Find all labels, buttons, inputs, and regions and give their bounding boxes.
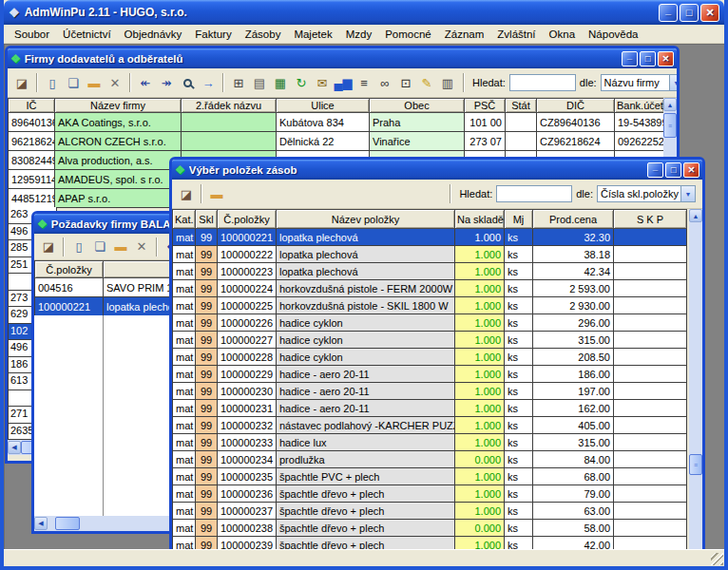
menu-item[interactable]: Mzdy [339,27,378,42]
search-by-dropdown[interactable]: Názvu firmy ▼ [601,74,677,91]
menu-item[interactable]: Faktury [188,27,238,42]
report-icon[interactable]: ▥ [437,72,458,93]
table-row[interactable]: mat99100000233hadice lux1.000ks315.00 [173,434,687,451]
menu-item[interactable]: Soubor [8,27,56,42]
delete-record-icon[interactable]: ✕ [131,237,152,257]
new-record-icon[interactable]: ▯ [68,237,89,257]
search-input[interactable] [509,74,576,91]
column-header[interactable]: Mj [505,210,533,229]
print-icon[interactable]: ▤ [249,72,270,93]
column-header[interactable]: Název položky [277,210,455,229]
scroll-up-icon[interactable]: ▲ [689,209,702,222]
column-header[interactable]: Č.položky [218,210,277,229]
copy-record-icon[interactable]: ❏ [63,72,84,93]
column-header[interactable]: Ulice [277,99,370,113]
column-header[interactable]: Prod.cena [533,210,614,229]
copy-record-icon[interactable]: ❏ [89,237,110,257]
menu-item[interactable]: Majetek [287,27,338,42]
column-header[interactable]: Skl [196,210,218,229]
table-row[interactable]: mat99100000236špachtle dřevo + plech1.00… [173,485,687,503]
menu-item[interactable]: Pomocné [378,27,438,42]
lookup-icon[interactable]: ∞ [374,72,395,93]
new-record-icon[interactable]: ▯ [42,72,63,93]
scrollbar-thumb[interactable]: ≡ [663,113,677,138]
table-row[interactable]: mat99100000229hadice - aero 20-111.000ks… [173,366,687,383]
maximize-button[interactable]: □ [665,162,681,178]
menu-item[interactable]: Účetnictví [56,27,118,42]
search-by-dropdown[interactable]: Čísla skl.položky ▼ [597,185,696,202]
table-row[interactable]: mat99100000227hadice cyklon1.000ks315.00 [173,332,687,349]
menu-item[interactable]: Zvláštní [490,27,542,42]
take-item-icon[interactable]: ◪ [38,237,59,257]
open-record-icon[interactable]: ▬ [206,183,227,204]
column-header[interactable]: 2.řádek názvu [182,99,277,113]
table-row[interactable]: mat99100000235špachtle PVC + plech1.000k… [173,468,687,485]
column-header[interactable]: Na skladě [455,210,505,229]
menu-item[interactable]: Zásoby [239,27,288,42]
column-header[interactable]: Bank.účet [615,99,664,113]
email-icon[interactable]: ✉ [312,72,333,93]
table-row[interactable]: mat99100000230hadice - aero 20-111.000ks… [173,383,687,400]
items-titlebar[interactable]: ❖ Výběr položek zásob _ □ ✕ [172,160,702,180]
scroll-left-icon[interactable]: ◀ [8,441,21,454]
table-row[interactable]: mat99100000231hadice - aero 20-111.000ks… [173,400,687,417]
goto-icon[interactable]: → [198,72,219,93]
table-row[interactable]: mat99100000234prodlužka0.000ks84.00 [173,451,687,468]
take-item-icon[interactable]: ◪ [176,183,197,204]
last-record-icon[interactable]: ↠ [156,72,177,93]
column-header[interactable]: DIČ [537,99,615,113]
menu-item[interactable]: Objednávky [118,27,189,42]
column-header[interactable]: Č.položky [35,261,104,278]
column-header[interactable]: S K P [614,210,687,229]
take-item-icon[interactable]: ◪ [11,72,32,93]
column-header[interactable]: PSČ [465,99,506,113]
list-icon[interactable]: ≡ [354,72,374,93]
table-row[interactable]: mat99100000225horkovzdušná pistole - SKI… [173,297,687,314]
table-row[interactable]: mat99100000237špachtle dřevo + plech1.00… [173,503,687,520]
search-input[interactable] [496,185,572,202]
scroll-left-icon[interactable]: ◀ [34,517,48,530]
main-titlebar[interactable]: ❖ AdmWinPu 2.11 - HUGO, s.r.o. _ □ ✕ [4,0,724,25]
resize-grip[interactable] [711,553,723,565]
delete-record-icon[interactable]: ✕ [105,72,125,93]
open-record-icon[interactable]: ▬ [84,72,105,93]
select-columns-icon[interactable]: ⊞ [228,72,249,93]
vertical-scrollbar[interactable]: ▲ ≡ [689,209,702,549]
table-row[interactable]: 96218624ALCRON CZECH s.r.o.Dělnická 22Vi… [9,132,664,151]
chevron-down-icon[interactable]: ▼ [669,75,677,90]
menu-item[interactable]: Okna [543,27,583,42]
chart-icon[interactable]: ▄▆ [333,72,354,93]
edit-pen-icon[interactable]: ✎ [416,72,437,93]
close-button[interactable]: ✕ [658,51,674,66]
minimize-button[interactable]: _ [647,162,663,178]
column-header[interactable]: Kat. [173,210,196,229]
table-row[interactable]: mat99100000224horkovzdušná pistole - FER… [173,280,687,297]
scrollbar-thumb[interactable]: ≡ [689,454,702,475]
scrollbar-thumb[interactable] [55,517,80,530]
column-header[interactable]: Obec [370,99,465,113]
scroll-up-icon[interactable]: ▲ [663,98,677,111]
column-header[interactable]: Název firmy [55,99,182,113]
maximize-button[interactable]: □ [640,51,656,66]
menu-item[interactable]: Záznam [438,27,491,42]
refresh-icon[interactable]: ↻ [291,72,312,93]
maximize-button[interactable]: □ [680,4,699,22]
close-button[interactable]: ✕ [700,4,719,22]
table-row[interactable]: mat99100000222lopatka plechová1.000ks38.… [173,246,687,263]
open-record-icon[interactable]: ▬ [110,237,131,257]
table-row[interactable]: mat99100000221lopatka plechová1.000ks32.… [173,229,687,246]
table-row[interactable]: mat99100000228hadice cyklon1.000ks208.50 [173,349,687,366]
table-row[interactable]: mat99100000239špachtle dřevo + plech1.00… [173,537,687,550]
table-row[interactable]: mat99100000226hadice cyklon1.000ks296.00 [173,314,687,332]
relations-icon[interactable]: ⊡ [395,72,416,93]
table-row[interactable]: mat99100000232nástavec podlahový -KARCHE… [173,417,687,434]
minimize-button[interactable]: _ [622,51,638,66]
table-row[interactable]: mat99100000238špachtle dřevo + plech0.00… [173,520,687,537]
firms-titlebar[interactable]: ❖ Firmy dodavatelů a odběratelů _ □ ✕ [8,48,677,68]
table-row[interactable]: 89640136AKA Coatings, s.r.o.Kubátova 834… [9,113,664,132]
column-header[interactable]: Stát [506,99,537,113]
minimize-button[interactable]: _ [659,4,678,22]
column-header[interactable]: IČ [9,99,55,113]
close-button[interactable]: ✕ [683,162,699,178]
menu-item[interactable]: Nápověda [582,27,644,42]
